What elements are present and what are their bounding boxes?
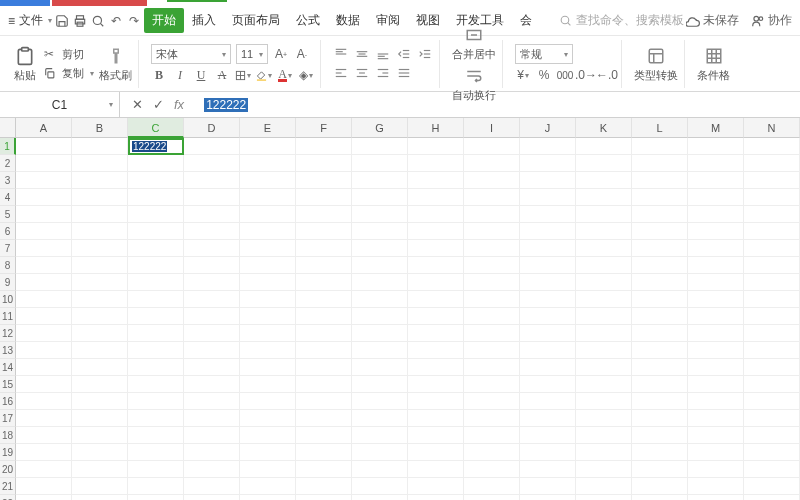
cell[interactable] [352, 325, 408, 342]
cell[interactable] [576, 393, 632, 410]
cell[interactable] [240, 393, 296, 410]
cell[interactable] [744, 308, 800, 325]
type-convert-button[interactable]: 类型转换 [634, 45, 678, 83]
cell[interactable] [408, 155, 464, 172]
cell[interactable] [744, 376, 800, 393]
cell[interactable] [16, 325, 72, 342]
conditional-format-button[interactable]: 条件格 [697, 45, 730, 83]
cell[interactable] [744, 495, 800, 500]
cell[interactable] [16, 291, 72, 308]
cell[interactable] [184, 189, 240, 206]
redo-icon[interactable]: ↷ [126, 13, 142, 29]
cell[interactable] [296, 376, 352, 393]
cell[interactable] [464, 172, 520, 189]
cell[interactable] [576, 444, 632, 461]
cell[interactable] [16, 274, 72, 291]
bold-button[interactable]: B [151, 67, 167, 83]
cell[interactable] [520, 461, 576, 478]
cell[interactable] [184, 495, 240, 500]
cell[interactable] [352, 461, 408, 478]
cell[interactable] [688, 172, 744, 189]
menu-item-5[interactable]: 审阅 [368, 8, 408, 33]
cell[interactable] [520, 274, 576, 291]
select-all-corner[interactable] [0, 118, 16, 138]
cell[interactable] [128, 223, 184, 240]
cell[interactable] [576, 274, 632, 291]
cell[interactable] [72, 172, 128, 189]
row-header-16[interactable]: 16 [0, 393, 16, 410]
cell[interactable] [576, 359, 632, 376]
cell[interactable] [464, 495, 520, 500]
cell[interactable] [296, 257, 352, 274]
format-painter-button[interactable]: 格式刷 [99, 45, 132, 83]
cell[interactable] [16, 495, 72, 500]
cell[interactable] [744, 427, 800, 444]
cell[interactable] [408, 393, 464, 410]
cell[interactable] [184, 410, 240, 427]
menu-item-3[interactable]: 公式 [288, 8, 328, 33]
cell[interactable] [128, 240, 184, 257]
cell[interactable] [576, 257, 632, 274]
cell[interactable] [632, 240, 688, 257]
cell[interactable] [464, 155, 520, 172]
cell[interactable] [352, 223, 408, 240]
cell[interactable] [128, 189, 184, 206]
cell[interactable] [632, 172, 688, 189]
row-header-14[interactable]: 14 [0, 359, 16, 376]
comma-icon[interactable]: 000 [557, 67, 573, 83]
cell[interactable] [16, 257, 72, 274]
cells-area[interactable]: 122222 [16, 138, 800, 500]
active-cell[interactable]: 122222 [128, 138, 184, 155]
col-header-L[interactable]: L [632, 118, 688, 138]
cell[interactable] [464, 478, 520, 495]
cell[interactable] [688, 240, 744, 257]
font-size-combo[interactable]: 11 ▾ [236, 44, 268, 64]
cell[interactable] [240, 478, 296, 495]
italic-button[interactable]: I [172, 67, 188, 83]
cell[interactable] [576, 325, 632, 342]
increase-font-icon[interactable]: A+ [273, 46, 289, 62]
cell[interactable] [352, 376, 408, 393]
col-header-E[interactable]: E [240, 118, 296, 138]
cell[interactable] [744, 138, 800, 155]
cell[interactable] [688, 291, 744, 308]
cell[interactable] [240, 291, 296, 308]
cell[interactable] [576, 138, 632, 155]
row-header-18[interactable]: 18 [0, 427, 16, 444]
cell[interactable] [72, 189, 128, 206]
cell[interactable] [128, 274, 184, 291]
cell[interactable] [408, 359, 464, 376]
cell[interactable] [296, 325, 352, 342]
cell[interactable] [408, 138, 464, 155]
cell[interactable] [688, 461, 744, 478]
cell[interactable] [128, 444, 184, 461]
cell[interactable] [408, 444, 464, 461]
cell[interactable] [72, 342, 128, 359]
cell[interactable] [128, 308, 184, 325]
increase-indent-icon[interactable] [417, 46, 433, 62]
cell[interactable] [72, 495, 128, 500]
cell[interactable] [128, 172, 184, 189]
cell[interactable] [632, 410, 688, 427]
cell[interactable] [464, 325, 520, 342]
cell[interactable] [184, 155, 240, 172]
cell[interactable] [352, 410, 408, 427]
cell[interactable] [744, 274, 800, 291]
file-menu[interactable]: ≡ 文件 ▾ [8, 12, 52, 29]
cell[interactable] [128, 376, 184, 393]
cell[interactable] [184, 342, 240, 359]
cell[interactable] [240, 461, 296, 478]
cell[interactable] [184, 444, 240, 461]
cell[interactable] [72, 240, 128, 257]
cell[interactable] [408, 172, 464, 189]
col-header-D[interactable]: D [184, 118, 240, 138]
cell[interactable] [408, 189, 464, 206]
command-search[interactable]: 查找命令、搜索模板 [559, 12, 684, 29]
cell[interactable] [520, 155, 576, 172]
cell[interactable] [632, 291, 688, 308]
cell[interactable] [72, 461, 128, 478]
cell[interactable] [744, 291, 800, 308]
cell[interactable] [744, 240, 800, 257]
cell[interactable] [184, 308, 240, 325]
cell[interactable] [520, 444, 576, 461]
